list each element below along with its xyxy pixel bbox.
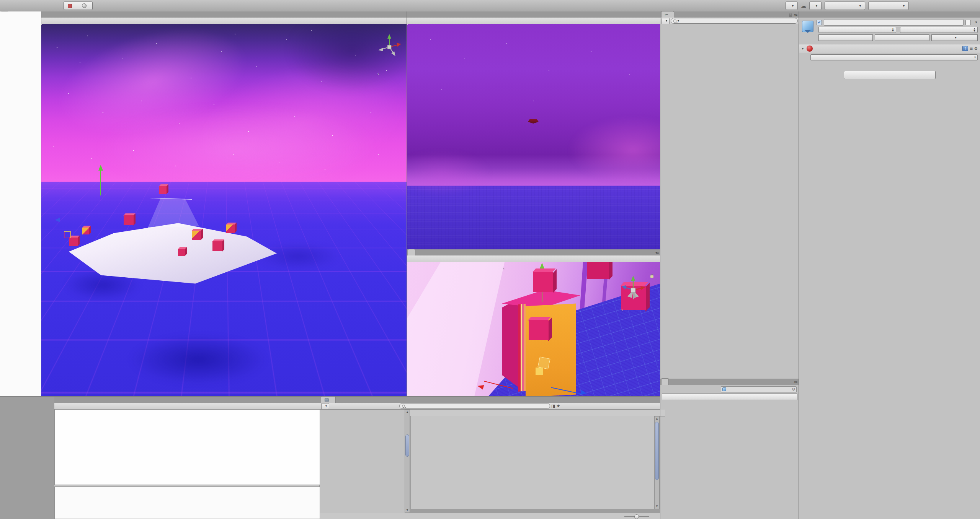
static-dropdown-icon[interactable]: ▼ [975, 21, 978, 24]
selection-count [660, 401, 799, 403]
favorites-icon[interactable]: ★ [556, 403, 560, 408]
scene-blue-marker [55, 218, 60, 222]
thruster-cube [124, 215, 134, 225]
cloud-icon[interactable]: ☁ [801, 3, 806, 9]
probuilder-panel [0, 11, 41, 397]
search-icon [673, 20, 676, 23]
object-picker-icon[interactable]: ⊙ [792, 387, 795, 391]
prefab-object-field[interactable]: ⊙ [721, 386, 797, 392]
material-sphere-icon [807, 46, 813, 52]
layer-dropdown[interactable]: ▲▼ [900, 27, 978, 33]
material-footer: ▼ ? ☰ ⚙ ▾ [799, 44, 980, 62]
gizmo-lock-icon[interactable] [650, 274, 653, 278]
project-asset-grid [411, 416, 654, 509]
panel-menu-icon[interactable]: ▾≡ [794, 13, 797, 17]
thruster-cube [69, 238, 78, 246]
tab-project[interactable] [321, 396, 336, 403]
tab-replacewithprefab[interactable] [661, 378, 669, 385]
hierarchy-tabstrip: ≔ ▾≡ [660, 11, 799, 18]
scene-viewport[interactable]: ‹ [41, 24, 407, 397]
thruster-cube [587, 262, 609, 279]
breadcrumb [410, 410, 665, 417]
orientation-gizmo[interactable] [617, 273, 650, 306]
player-ship [62, 192, 277, 294]
hierarchy-search-input[interactable]: ▾ [671, 18, 798, 24]
hierarchy-tree [660, 24, 799, 379]
scene2-viewport[interactable]: ‹ [407, 262, 660, 397]
thruster-cube [82, 228, 89, 234]
prefab-cube-icon [722, 387, 726, 391]
create-dropdown[interactable]: ▾ [321, 403, 329, 409]
panel-menu-icon[interactable]: ▾≡ [655, 251, 658, 255]
create-dropdown[interactable]: ▾ [662, 18, 670, 24]
inspector-tabstrip [799, 11, 980, 18]
thumbnail-zoom-slider[interactable] [624, 516, 649, 517]
game-toolbar [407, 18, 660, 24]
ship-canopy [141, 195, 199, 228]
scene2-tabstrip: ▾≡ [407, 249, 660, 256]
scroll-up-icon[interactable]: ▲ [405, 410, 410, 415]
tab-hierarchy[interactable]: ≔ [661, 11, 674, 18]
edited-cube [502, 288, 582, 395]
inspector-panel: ✔ ▼ ▲▼ ▲▼ ▾ [799, 18, 980, 519]
orientation-gizmo[interactable] [374, 31, 404, 61]
hierarchy-toolbar: ▾ ▾ [660, 18, 799, 24]
console-tabstrip [54, 397, 320, 403]
scroll-down-icon[interactable]: ▼ [655, 504, 659, 509]
layers-dropdown[interactable]: ▼ [825, 2, 865, 10]
stars [407, 24, 408, 25]
main-toolbar: ▼ ☁ ▼ ▼ ▼ [0, 0, 980, 12]
thruster-cube [212, 241, 222, 251]
thruster-cube [533, 272, 553, 292]
active-checkbox[interactable]: ✔ [817, 20, 822, 25]
replace-button[interactable] [662, 394, 797, 400]
wireframe-handle [64, 231, 71, 238]
preset-icon[interactable]: ☰ [970, 47, 972, 50]
game-viewport[interactable] [407, 24, 660, 249]
project-tabstrip [320, 397, 660, 403]
panel-menu-icon[interactable]: ▾≡ [794, 380, 797, 384]
project-status-bar [320, 513, 660, 519]
scene-toolbar [41, 18, 407, 24]
gameobject-name-field[interactable] [824, 19, 964, 26]
local-toggle[interactable] [78, 2, 93, 10]
replace-panel: ⊙ [660, 385, 799, 519]
shader-dropdown[interactable]: ▾ [810, 54, 978, 60]
folder-icon [325, 398, 329, 402]
static-checkbox[interactable] [965, 20, 971, 25]
pivot-toggle[interactable] [64, 2, 78, 10]
gameobject-icon [801, 20, 814, 33]
project-folder-tree [320, 410, 405, 513]
move-gizmo-y-axis[interactable] [100, 170, 101, 195]
thruster-cube [529, 320, 549, 340]
project-grid-scrollbar[interactable]: ▲ ▼ [654, 416, 660, 509]
persp-label[interactable]: ‹ [377, 71, 380, 76]
prefab-open-button[interactable] [818, 34, 873, 41]
scroll-up-icon[interactable]: ▲ [655, 417, 659, 421]
project-search-input[interactable] [399, 403, 550, 409]
collab-dropdown[interactable]: ▼ [786, 2, 798, 10]
prefab-overrides-dropdown[interactable]: ▾ [931, 34, 978, 41]
thruster-cube [226, 225, 235, 233]
console-log-area[interactable] [54, 410, 320, 485]
add-component-button[interactable] [844, 71, 936, 79]
tag-dropdown[interactable]: ▲▼ [818, 27, 896, 33]
help-icon[interactable]: ? [962, 46, 968, 51]
prefab-select-button[interactable] [875, 34, 929, 41]
stars [41, 24, 42, 25]
asset-labels-icon[interactable]: ◨ [551, 403, 555, 408]
lock-icon[interactable] [789, 15, 792, 17]
game-tabstrip [407, 11, 660, 18]
replace-tabstrip: ▾≡ [660, 379, 799, 385]
layout-dropdown[interactable]: ▼ [868, 2, 909, 10]
console-detail-area [54, 486, 320, 519]
account-dropdown[interactable]: ▼ [809, 2, 822, 10]
thruster-cube [178, 249, 185, 256]
gear-icon[interactable]: ⚙ [974, 46, 978, 51]
scroll-down-icon[interactable]: ▼ [405, 508, 410, 512]
project-tree-scrollbar[interactable]: ▲ ▼ [405, 410, 410, 513]
tab-scene2[interactable] [408, 249, 415, 255]
pivot-icon [68, 4, 72, 8]
persp-label[interactable]: ‹ [621, 307, 624, 312]
thruster-cube [192, 231, 201, 240]
